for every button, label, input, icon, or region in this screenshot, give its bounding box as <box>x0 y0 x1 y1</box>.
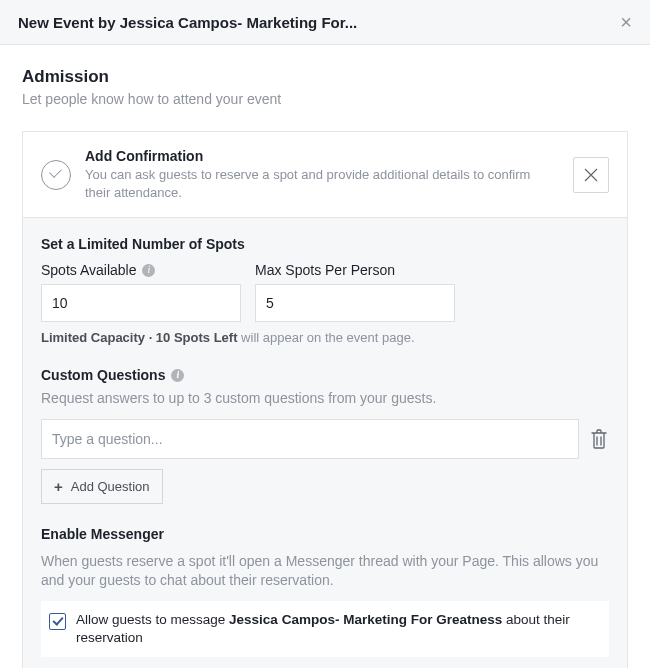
x-icon <box>584 168 598 182</box>
max-spots-field: Max Spots Per Person <box>255 262 455 322</box>
question-input[interactable] <box>41 419 579 459</box>
messenger-section: Enable Messenger When guests reserve a s… <box>41 526 609 658</box>
modal-header: New Event by Jessica Campos- Marketing F… <box>0 0 650 45</box>
checkmark-circle-icon <box>41 160 71 190</box>
admission-heading: Admission <box>22 67 628 87</box>
messenger-checkbox-row: Allow guests to message Jessica Campos- … <box>41 601 609 657</box>
spots-heading: Set a Limited Number of Spots <box>41 236 609 252</box>
max-spots-input[interactable] <box>255 284 455 322</box>
confirmation-text: Add Confirmation You can ask guests to r… <box>85 148 559 201</box>
admission-card: Add Confirmation You can ask guests to r… <box>22 131 628 668</box>
messenger-desc: When guests reserve a spot it'll open a … <box>41 552 609 591</box>
questions-desc: Request answers to up to 3 custom questi… <box>41 389 609 409</box>
settings-panel: Set a Limited Number of Spots Spots Avai… <box>23 218 627 668</box>
messenger-checkbox[interactable] <box>49 613 66 630</box>
modal-title: New Event by Jessica Campos- Marketing F… <box>18 14 357 31</box>
questions-heading: Custom Questions <box>41 367 165 383</box>
info-icon[interactable]: i <box>171 369 184 382</box>
spots-available-label: Spots Available <box>41 262 136 278</box>
spots-hint-rest: will appear on the event page. <box>238 330 415 345</box>
max-spots-label-row: Max Spots Per Person <box>255 262 455 278</box>
add-question-button[interactable]: + Add Question <box>41 469 163 504</box>
trash-icon[interactable] <box>589 428 609 450</box>
page-body: Admission Let people know how to attend … <box>0 45 650 668</box>
info-icon[interactable]: i <box>142 264 155 277</box>
confirmation-title: Add Confirmation <box>85 148 559 164</box>
spots-hint: Limited Capacity · 10 Spots Left will ap… <box>41 330 609 345</box>
messenger-check-pre: Allow guests to message <box>76 612 229 627</box>
messenger-check-bold: Jessica Campos- Marketing For Greatness <box>229 612 502 627</box>
spots-available-input[interactable] <box>41 284 241 322</box>
admission-sub: Let people know how to attend your event <box>22 91 628 107</box>
add-question-label: Add Question <box>71 479 150 494</box>
spots-available-label-row: Spots Available i <box>41 262 241 278</box>
spots-fields: Spots Available i Max Spots Per Person <box>41 262 609 322</box>
spots-hint-bold: Limited Capacity · 10 Spots Left <box>41 330 238 345</box>
spots-available-field: Spots Available i <box>41 262 241 322</box>
question-row <box>41 419 609 459</box>
messenger-checkbox-label: Allow guests to message Jessica Campos- … <box>76 611 601 647</box>
custom-questions-section: Custom Questions i Request answers to up… <box>41 367 609 504</box>
confirmation-desc: You can ask guests to reserve a spot and… <box>85 166 559 201</box>
plus-icon: + <box>54 478 63 495</box>
max-spots-label: Max Spots Per Person <box>255 262 395 278</box>
questions-heading-row: Custom Questions i <box>41 367 609 383</box>
close-icon[interactable]: × <box>620 12 632 32</box>
dismiss-confirmation-button[interactable] <box>573 157 609 193</box>
messenger-heading: Enable Messenger <box>41 526 609 542</box>
confirmation-row: Add Confirmation You can ask guests to r… <box>23 132 627 218</box>
